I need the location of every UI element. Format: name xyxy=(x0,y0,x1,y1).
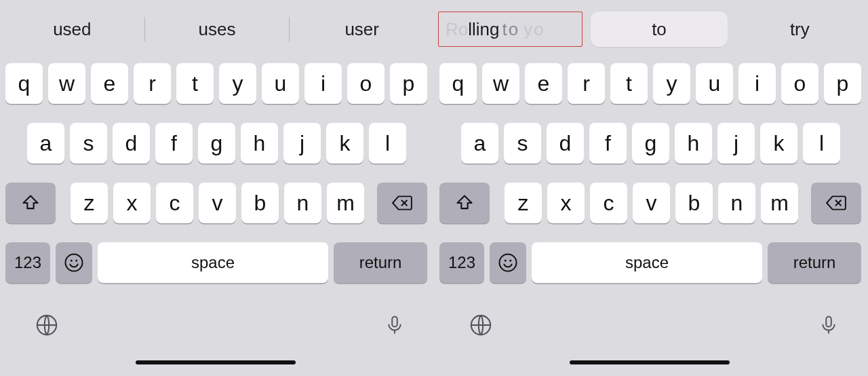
key-c[interactable]: c xyxy=(156,183,193,223)
shift-key[interactable] xyxy=(439,183,490,223)
key-f[interactable]: f xyxy=(589,123,627,164)
backspace-key[interactable] xyxy=(377,183,427,223)
key-p[interactable]: p xyxy=(390,63,427,104)
key-g[interactable]: g xyxy=(632,123,669,164)
suggestion-2[interactable]: uses xyxy=(145,12,290,47)
key-s[interactable]: s xyxy=(70,123,107,164)
key-a[interactable]: a xyxy=(461,123,498,164)
numbers-key[interactable]: 123 xyxy=(439,242,484,283)
key-o[interactable]: o xyxy=(347,63,384,104)
key-r[interactable]: r xyxy=(134,63,171,104)
svg-point-1 xyxy=(71,259,73,261)
key-q[interactable]: q xyxy=(439,63,477,104)
svg-rect-9 xyxy=(826,317,831,327)
key-n[interactable]: n xyxy=(718,183,755,223)
space-key[interactable]: space xyxy=(98,242,328,283)
key-i[interactable]: i xyxy=(738,63,776,104)
key-a[interactable]: a xyxy=(27,123,64,164)
key-v[interactable]: v xyxy=(199,183,236,223)
suggestion-bar-right: Rolling to yo to try xyxy=(434,12,868,47)
key-h[interactable]: h xyxy=(675,123,712,164)
key-k[interactable]: k xyxy=(326,123,363,164)
mic-icon[interactable] xyxy=(381,312,408,339)
key-b[interactable]: b xyxy=(675,183,713,223)
key-l[interactable]: l xyxy=(369,123,406,164)
backspace-key[interactable] xyxy=(811,183,861,223)
key-b[interactable]: b xyxy=(241,183,279,223)
key-l[interactable]: l xyxy=(803,123,840,164)
svg-point-5 xyxy=(509,259,511,261)
key-g[interactable]: g xyxy=(198,123,235,164)
suggestion-bar-left: used uses user xyxy=(0,12,434,47)
suggestion-primary[interactable]: to xyxy=(591,12,727,47)
key-w[interactable]: w xyxy=(48,63,85,104)
key-z[interactable]: z xyxy=(505,183,542,223)
globe-icon[interactable] xyxy=(33,312,60,339)
key-m[interactable]: m xyxy=(327,183,364,223)
key-e[interactable]: e xyxy=(525,63,562,104)
key-i[interactable]: i xyxy=(304,63,342,104)
key-x[interactable]: x xyxy=(547,183,585,223)
key-j[interactable]: j xyxy=(717,123,755,164)
key-y[interactable]: y xyxy=(219,63,256,104)
svg-rect-7 xyxy=(392,317,397,327)
svg-point-4 xyxy=(505,259,507,261)
key-e[interactable]: e xyxy=(91,63,128,104)
key-k[interactable]: k xyxy=(760,123,797,164)
key-z[interactable]: z xyxy=(71,183,108,223)
key-w[interactable]: w xyxy=(482,63,519,104)
key-j[interactable]: j xyxy=(283,123,321,164)
space-key[interactable]: space xyxy=(532,242,762,283)
suggestion-alt[interactable]: try xyxy=(732,12,868,47)
key-n[interactable]: n xyxy=(284,183,321,223)
emoji-key[interactable] xyxy=(490,242,526,283)
key-u[interactable]: u xyxy=(262,63,299,104)
return-key[interactable]: return xyxy=(334,242,427,283)
globe-icon[interactable] xyxy=(467,312,494,339)
svg-point-0 xyxy=(66,255,83,271)
numbers-key[interactable]: 123 xyxy=(5,242,50,283)
key-t[interactable]: t xyxy=(610,63,648,104)
key-h[interactable]: h xyxy=(241,123,278,164)
key-y[interactable]: y xyxy=(653,63,690,104)
emoji-key[interactable] xyxy=(56,242,92,283)
suggestion-autocomplete[interactable]: Rolling to yo xyxy=(438,12,583,47)
return-key[interactable]: return xyxy=(768,242,861,283)
key-u[interactable]: u xyxy=(696,63,733,104)
svg-point-2 xyxy=(75,259,77,261)
shift-key[interactable] xyxy=(5,183,56,223)
key-d[interactable]: d xyxy=(113,123,150,164)
key-o[interactable]: o xyxy=(781,63,818,104)
home-indicator xyxy=(570,360,730,364)
key-r[interactable]: r xyxy=(568,63,605,104)
key-c[interactable]: c xyxy=(590,183,627,223)
home-indicator xyxy=(136,360,296,364)
key-s[interactable]: s xyxy=(504,123,541,164)
svg-point-3 xyxy=(500,255,517,271)
key-q[interactable]: q xyxy=(5,63,43,104)
mic-icon[interactable] xyxy=(815,312,842,339)
key-x[interactable]: x xyxy=(113,183,151,223)
key-v[interactable]: v xyxy=(633,183,670,223)
suggestion-3[interactable]: user xyxy=(290,12,434,47)
key-m[interactable]: m xyxy=(761,183,798,223)
key-t[interactable]: t xyxy=(176,63,214,104)
key-p[interactable]: p xyxy=(824,63,861,104)
key-f[interactable]: f xyxy=(155,123,193,164)
key-d[interactable]: d xyxy=(547,123,584,164)
suggestion-1[interactable]: used xyxy=(0,12,144,47)
